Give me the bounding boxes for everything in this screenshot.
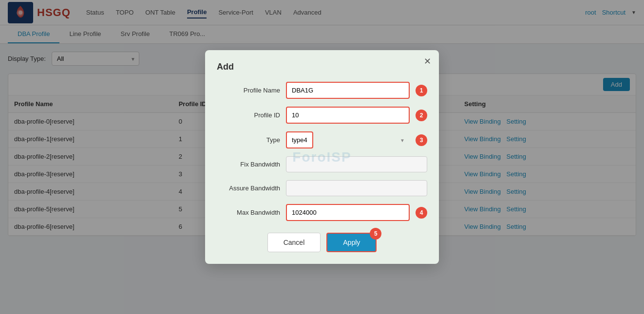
modal-title: Add bbox=[217, 62, 427, 72]
profile-name-row: Profile Name 1 bbox=[217, 82, 427, 99]
fix-bw-label: Fix Bandwidth bbox=[217, 161, 280, 168]
apply-button[interactable]: Apply bbox=[326, 233, 377, 252]
type-label: Type bbox=[217, 136, 280, 144]
step-1-badge: 1 bbox=[416, 85, 427, 96]
type-row: Type type1 type2 type3 type4 3 bbox=[217, 131, 427, 148]
modal-overlay: ForoISP Add ✕ Profile Name 1 Profile ID … bbox=[0, 0, 644, 307]
step-2-badge: 2 bbox=[416, 110, 427, 121]
type-select-wrap: type1 type2 type3 type4 bbox=[286, 131, 410, 148]
add-modal: ForoISP Add ✕ Profile Name 1 Profile ID … bbox=[205, 50, 439, 264]
assure-bw-row: Assure Bandwidth bbox=[217, 180, 427, 196]
step-4-badge: 4 bbox=[416, 207, 427, 219]
cancel-button[interactable]: Cancel bbox=[267, 233, 321, 252]
max-bw-input[interactable] bbox=[286, 204, 410, 221]
profile-name-input[interactable] bbox=[286, 82, 410, 99]
fix-bw-input[interactable] bbox=[286, 156, 427, 172]
assure-bw-label: Assure Bandwidth bbox=[217, 185, 280, 192]
max-bw-label: Max Bandwidth bbox=[217, 209, 280, 216]
max-bw-row: Max Bandwidth 4 bbox=[217, 204, 427, 221]
profile-name-label: Profile Name bbox=[217, 87, 280, 94]
type-select[interactable]: type1 type2 type3 type4 bbox=[286, 131, 313, 148]
fix-bw-row: Fix Bandwidth bbox=[217, 156, 427, 172]
assure-bw-input[interactable] bbox=[286, 180, 427, 196]
step-3-badge: 3 bbox=[416, 134, 427, 146]
modal-close-button[interactable]: ✕ bbox=[424, 56, 431, 67]
profile-id-row: Profile ID 2 bbox=[217, 107, 427, 124]
profile-id-input[interactable] bbox=[286, 107, 410, 124]
step-5-badge: 5 bbox=[370, 228, 381, 240]
profile-id-label: Profile ID bbox=[217, 111, 280, 119]
modal-footer: Cancel Apply 5 bbox=[217, 233, 427, 252]
